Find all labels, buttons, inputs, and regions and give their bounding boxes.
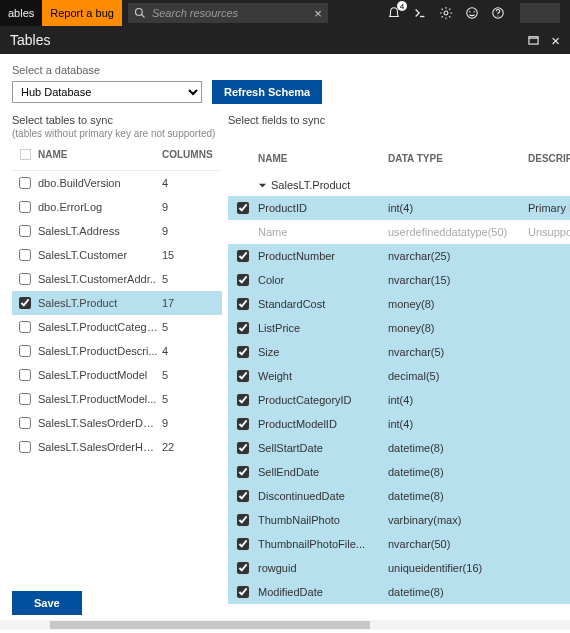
close-icon[interactable]: ×: [551, 32, 560, 49]
field-row[interactable]: ProductCategoryIDint(4): [228, 388, 570, 412]
table-row[interactable]: SalesLT.ProductModel5: [12, 363, 222, 387]
field-checkbox[interactable]: [237, 418, 249, 430]
table-checkbox[interactable]: [19, 249, 31, 261]
top-bar: ables Report a bug Search resources × 4: [0, 0, 570, 26]
notifications-icon[interactable]: 4: [386, 5, 402, 21]
table-checkbox[interactable]: [19, 369, 31, 381]
field-row[interactable]: Colornvarchar(15): [228, 268, 570, 292]
field-checkbox[interactable]: [237, 346, 249, 358]
field-checkbox[interactable]: [237, 490, 249, 502]
table-checkbox[interactable]: [19, 417, 31, 429]
field-row[interactable]: SellEndDatedatetime(8): [228, 460, 570, 484]
table-row[interactable]: SalesLT.Address9: [12, 219, 222, 243]
field-desc: Primary Key: [528, 202, 570, 214]
search-input[interactable]: Search resources ×: [128, 3, 328, 23]
field-row[interactable]: ProductModelIDint(4): [228, 412, 570, 436]
field-row[interactable]: Nameuserdefineddatatype(50)Unsupported: [228, 220, 570, 244]
table-columns: 9: [162, 225, 222, 237]
table-checkbox[interactable]: [19, 345, 31, 357]
notification-badge: 4: [397, 1, 407, 11]
field-checkbox[interactable]: [237, 586, 249, 598]
table-checkbox[interactable]: [19, 321, 31, 333]
table-checkbox[interactable]: [19, 201, 31, 213]
tab-report-bug[interactable]: Report a bug: [42, 0, 122, 26]
field-checkbox[interactable]: [237, 250, 249, 262]
table-row[interactable]: SalesLT.Product17: [12, 291, 222, 315]
field-row[interactable]: ModifiedDatedatetime(8): [228, 580, 570, 604]
field-checkbox[interactable]: [237, 514, 249, 526]
field-name: rowguid: [258, 562, 388, 574]
field-type: nvarchar(15): [388, 274, 528, 286]
field-checkbox[interactable]: [237, 298, 249, 310]
table-checkbox[interactable]: [19, 225, 31, 237]
field-row[interactable]: Weightdecimal(5): [228, 364, 570, 388]
settings-icon[interactable]: [438, 5, 454, 21]
field-type: int(4): [388, 394, 528, 406]
field-row[interactable]: ProductNumbernvarchar(25): [228, 244, 570, 268]
svg-point-4: [467, 8, 478, 19]
refresh-schema-button[interactable]: Refresh Schema: [212, 80, 322, 104]
tables-pane-sublabel: (tables without primary key are not supp…: [12, 128, 222, 139]
field-group-header[interactable]: SalesLT.Product: [228, 174, 570, 196]
scrollbar-thumb[interactable]: [50, 621, 370, 629]
table-row[interactable]: dbo.BuildVersion4: [12, 171, 222, 195]
field-row[interactable]: DiscontinuedDatedatetime(8): [228, 484, 570, 508]
field-row[interactable]: ThumbnailPhotoFile...nvarchar(50): [228, 532, 570, 556]
field-type: datetime(8): [388, 466, 528, 478]
clear-search-icon[interactable]: ×: [314, 6, 322, 21]
table-checkbox[interactable]: [19, 177, 31, 189]
field-row[interactable]: StandardCostmoney(8): [228, 292, 570, 316]
field-checkbox[interactable]: [237, 562, 249, 574]
field-row[interactable]: Sizenvarchar(5): [228, 340, 570, 364]
table-columns: 9: [162, 417, 222, 429]
help-icon[interactable]: [490, 5, 506, 21]
table-row[interactable]: SalesLT.SalesOrderHea...22: [12, 435, 222, 459]
feedback-icon[interactable]: [464, 5, 480, 21]
table-row[interactable]: dbo.ErrorLog9: [12, 195, 222, 219]
table-name: SalesLT.Customer: [38, 249, 162, 261]
field-row[interactable]: ProductIDint(4)Primary Key: [228, 196, 570, 220]
field-name: ProductID: [258, 202, 388, 214]
account-block[interactable]: [520, 3, 560, 23]
svg-point-0: [135, 9, 142, 16]
database-select[interactable]: Hub Database: [12, 81, 202, 103]
field-checkbox[interactable]: [237, 466, 249, 478]
field-checkbox[interactable]: [237, 394, 249, 406]
field-row[interactable]: SellStartDatedatetime(8): [228, 436, 570, 460]
field-type: varbinary(max): [388, 514, 528, 526]
table-name: SalesLT.CustomerAddr..: [38, 273, 162, 285]
field-checkbox[interactable]: [237, 322, 249, 334]
cloud-shell-icon[interactable]: [412, 5, 428, 21]
field-name: DiscontinuedDate: [258, 490, 388, 502]
field-name: SellEndDate: [258, 466, 388, 478]
field-checkbox[interactable]: [237, 370, 249, 382]
table-row[interactable]: SalesLT.SalesOrderDet...9: [12, 411, 222, 435]
field-checkbox[interactable]: [237, 442, 249, 454]
table-row[interactable]: SalesLT.ProductModel...5: [12, 387, 222, 411]
restore-icon[interactable]: [528, 32, 539, 48]
horizontal-scrollbar[interactable]: [0, 620, 570, 630]
table-name: SalesLT.ProductModel: [38, 369, 162, 381]
select-all-tables-checkbox[interactable]: [20, 149, 31, 160]
field-checkbox[interactable]: [237, 538, 249, 550]
table-checkbox[interactable]: [19, 297, 31, 309]
field-row[interactable]: rowguiduniqueidentifier(16): [228, 556, 570, 580]
tab-tables[interactable]: ables: [0, 0, 42, 26]
table-checkbox[interactable]: [19, 441, 31, 453]
field-type: datetime(8): [388, 586, 528, 598]
table-row[interactable]: SalesLT.ProductCatego..5: [12, 315, 222, 339]
table-columns: 5: [162, 393, 222, 405]
table-row[interactable]: SalesLT.CustomerAddr..5: [12, 267, 222, 291]
table-checkbox[interactable]: [19, 393, 31, 405]
field-name: Weight: [258, 370, 388, 382]
field-row[interactable]: ListPricemoney(8): [228, 316, 570, 340]
field-name: StandardCost: [258, 298, 388, 310]
table-row[interactable]: SalesLT.ProductDescri...4: [12, 339, 222, 363]
save-button[interactable]: Save: [12, 591, 82, 615]
field-checkbox[interactable]: [237, 202, 249, 214]
table-checkbox[interactable]: [19, 273, 31, 285]
table-row[interactable]: SalesLT.Customer15: [12, 243, 222, 267]
field-row[interactable]: ThumbNailPhotovarbinary(max): [228, 508, 570, 532]
field-checkbox[interactable]: [237, 274, 249, 286]
table-columns: 22: [162, 441, 222, 453]
